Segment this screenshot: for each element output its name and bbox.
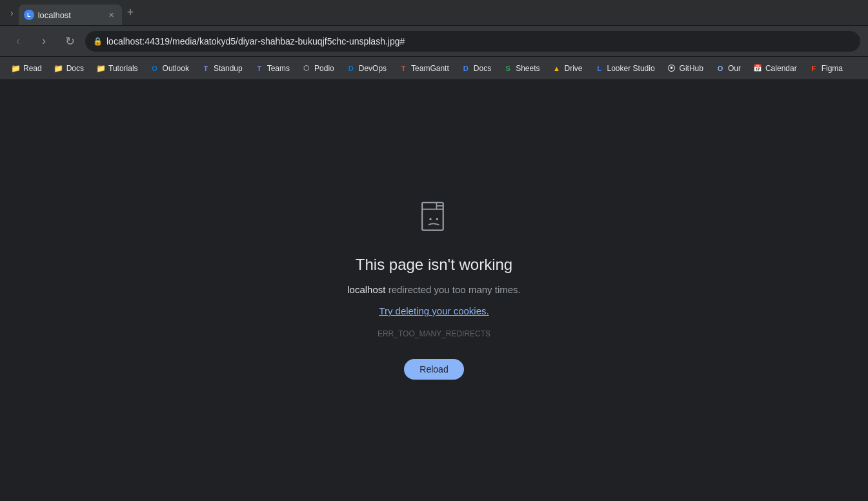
podio-icon: ⬡ <box>301 63 312 74</box>
sheets-icon: S <box>503 63 513 74</box>
github-icon: ⦿ <box>667 63 677 74</box>
bookmarks-bar: 📁 Read 📁 Docs 📁 Tutorials O Outlook T St… <box>0 57 868 80</box>
bookmark-calendar[interactable]: 📅 Calendar <box>747 61 802 76</box>
teamgantt-icon: T <box>398 63 409 74</box>
svg-rect-0 <box>422 203 443 230</box>
address-bar[interactable]: 🔒 localhost:44319/media/katokyd5/diyar-s… <box>85 31 860 52</box>
bookmark-outlook[interactable]: O Outlook <box>145 61 194 76</box>
back-button[interactable]: ‹ <box>8 31 28 52</box>
figma-icon: F <box>809 63 819 74</box>
bookmark-label: Our <box>728 64 741 73</box>
forward-button[interactable]: › <box>34 31 54 52</box>
toolbar: ‹ › ↻ 🔒 localhost:44319/media/katokyd5/d… <box>0 26 868 57</box>
bookmark-label: TeamGantt <box>411 64 449 73</box>
page-content: This page isn't working localhost redire… <box>0 80 868 501</box>
error-page-icon <box>415 201 454 240</box>
tab-bar: › L localhost × + <box>5 0 139 25</box>
teams-icon: T <box>254 63 265 74</box>
error-hostname: localhost <box>347 284 385 295</box>
folder-icon: 📁 <box>10 63 21 74</box>
bookmark-label: Tutorials <box>108 64 138 73</box>
bookmark-label: Looker Studio <box>607 64 655 73</box>
lock-icon: 🔒 <box>93 37 103 46</box>
bookmark-docs1[interactable]: 📁 Docs <box>48 61 89 76</box>
bookmark-label: Figma <box>822 64 843 73</box>
svg-point-3 <box>436 218 438 220</box>
docs-icon: D <box>461 63 471 74</box>
bookmark-looker[interactable]: L Looker Studio <box>589 61 660 76</box>
bookmark-teamgantt[interactable]: T TeamGantt <box>393 61 454 76</box>
svg-point-2 <box>429 218 431 220</box>
bookmark-label: Podio <box>314 64 334 73</box>
folder-icon: 📁 <box>54 63 64 74</box>
bookmark-label: Docs <box>66 64 84 73</box>
title-bar: › L localhost × + <box>0 0 868 26</box>
outlook-icon: O <box>150 63 160 74</box>
error-code: ERR_TOO_MANY_REDIRECTS <box>378 329 490 338</box>
devops-icon: D <box>346 63 356 74</box>
error-body: localhost redirected you too many times. <box>347 284 520 295</box>
bookmark-label: Outlook <box>163 64 189 73</box>
drive-icon: ▲ <box>552 63 562 74</box>
reload-button[interactable]: ↻ <box>59 31 80 52</box>
bookmark-label: Teams <box>267 64 290 73</box>
tab-favicon: L <box>24 10 34 20</box>
bookmark-docs2[interactable]: D Docs <box>456 61 496 76</box>
new-tab-button[interactable]: + <box>122 6 139 19</box>
error-title: This page isn't working <box>356 256 512 274</box>
tab-list-chevron[interactable]: › <box>5 8 19 18</box>
bookmark-devops[interactable]: D DevOps <box>341 61 392 76</box>
bookmark-teams[interactable]: T Teams <box>249 61 295 76</box>
bookmark-sheets[interactable]: S Sheets <box>498 61 545 76</box>
bookmark-our[interactable]: O Our <box>710 61 746 76</box>
bookmark-label: GitHub <box>680 64 703 73</box>
tab-title: localhost <box>38 10 103 20</box>
error-body-text: redirected you too many times. <box>389 284 521 295</box>
reload-button-main[interactable]: Reload <box>404 359 463 380</box>
delete-cookies-link[interactable]: Try deleting your cookies. <box>379 305 489 316</box>
teams-icon: T <box>201 63 211 74</box>
tab-close-button[interactable]: × <box>106 10 117 20</box>
bookmark-label: Standup <box>214 64 243 73</box>
bookmark-label: Docs <box>474 64 491 73</box>
active-tab[interactable]: L localhost × <box>19 5 122 25</box>
bookmark-label: Drive <box>565 64 583 73</box>
bookmark-label: Read <box>23 64 42 73</box>
bookmark-figma[interactable]: F Figma <box>803 61 848 76</box>
bookmark-tutorials[interactable]: 📁 Tutorials <box>90 61 143 76</box>
bookmark-github[interactable]: ⦿ GitHub <box>661 61 709 76</box>
folder-icon: 📁 <box>96 63 106 74</box>
bookmark-podio[interactable]: ⬡ Podio <box>296 61 339 76</box>
bookmark-standup[interactable]: T Standup <box>196 61 248 76</box>
bookmark-drive[interactable]: ▲ Drive <box>547 61 588 76</box>
bookmark-label: Sheets <box>516 64 540 73</box>
our-icon: O <box>715 63 725 74</box>
calendar-icon: 📅 <box>752 63 763 74</box>
looker-icon: L <box>594 63 605 74</box>
bookmark-read[interactable]: 📁 Read <box>5 61 47 76</box>
url-text: localhost:44319/media/katokyd5/diyar-sha… <box>106 36 853 46</box>
bookmark-label: Calendar <box>765 64 797 73</box>
bookmark-label: DevOps <box>359 64 387 73</box>
